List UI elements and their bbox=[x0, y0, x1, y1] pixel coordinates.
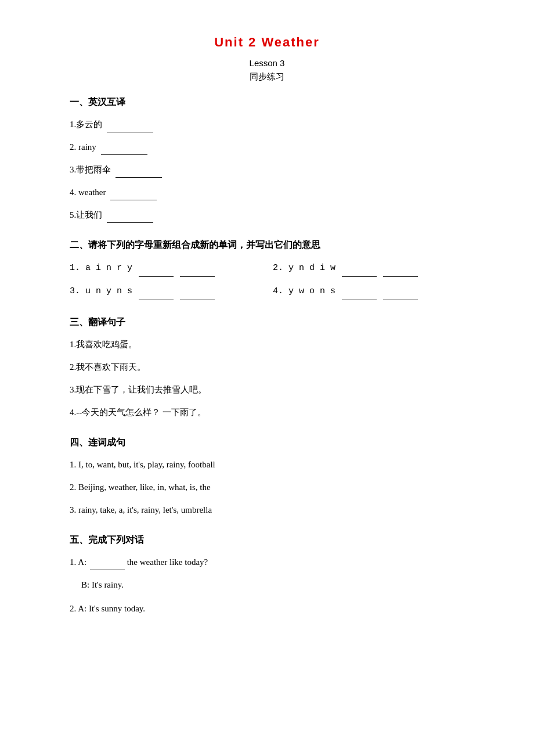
list-item: 1.我喜欢吃鸡蛋。 bbox=[70, 337, 464, 352]
blank-s2-3a[interactable] bbox=[139, 291, 174, 300]
section-2-title: 二、请将下列的字母重新组合成新的单词，并写出它们的意思 bbox=[70, 239, 464, 251]
section5-line-2a: 2. A: It's sunny today. bbox=[70, 601, 464, 617]
list-item: 2. A: It's sunny today. bbox=[70, 601, 464, 617]
list-item: 3. u n y n s bbox=[70, 283, 261, 300]
blank-4[interactable] bbox=[110, 191, 157, 200]
list-item: 2. Beijing, weather, like, in, what, is,… bbox=[70, 480, 464, 495]
list-item: 2. rainy bbox=[70, 139, 464, 155]
subtitle2: 同步练习 bbox=[70, 71, 464, 82]
section-3-title: 三、翻译句子 bbox=[70, 316, 464, 329]
blank-s5-1[interactable] bbox=[90, 561, 125, 570]
section-1: 一、英汉互译 1.多云的 2. rainy 3.带把雨伞 4. weather … bbox=[70, 96, 464, 223]
section-5-title: 五、完成下列对话 bbox=[70, 534, 464, 546]
blank-1[interactable] bbox=[107, 123, 153, 132]
blank-2[interactable] bbox=[101, 146, 147, 155]
list-item: 3. rainy, take, a, it's, rainy, let's, u… bbox=[70, 502, 464, 518]
page-title: Unit 2 Weather bbox=[70, 35, 464, 50]
blank-s2-1a[interactable] bbox=[139, 268, 174, 277]
blank-s2-3b[interactable] bbox=[180, 291, 215, 300]
section-4: 四、连词成句 1. I, to, want, but, it's, play, … bbox=[70, 437, 464, 518]
list-item: 3.现在下雪了，让我们去推雪人吧。 bbox=[70, 382, 464, 398]
blank-s2-2a[interactable] bbox=[342, 268, 377, 277]
section-2: 二、请将下列的字母重新组合成新的单词，并写出它们的意思 1. a i n r y… bbox=[70, 239, 464, 300]
list-item: 1. A: the weather like today? B: It's ra… bbox=[70, 555, 464, 593]
blank-s2-4a[interactable] bbox=[342, 291, 377, 300]
list-item: 4.--今天的天气怎么样？ 一下雨了。 bbox=[70, 405, 464, 420]
section5-line-1b: B: It's rainy. bbox=[81, 577, 464, 593]
section-2-grid: 1. a i n r y 2. y n d i w 3. u n y n s 4… bbox=[70, 260, 464, 300]
blank-s2-4b[interactable] bbox=[383, 291, 418, 300]
section5-line-1a: 1. A: the weather like today? bbox=[70, 555, 464, 570]
blank-5[interactable] bbox=[107, 214, 153, 223]
list-item: 1.多云的 bbox=[70, 117, 464, 132]
section-1-title: 一、英汉互译 bbox=[70, 96, 464, 109]
blank-s2-1b[interactable] bbox=[180, 268, 215, 277]
section-5: 五、完成下列对话 1. A: the weather like today? B… bbox=[70, 534, 464, 617]
list-item: 1. a i n r y bbox=[70, 260, 261, 277]
section-3: 三、翻译句子 1.我喜欢吃鸡蛋。 2.我不喜欢下雨天。 3.现在下雪了，让我们去… bbox=[70, 316, 464, 420]
blank-s2-2b[interactable] bbox=[383, 268, 418, 277]
list-item: 2.我不喜欢下雨天。 bbox=[70, 359, 464, 375]
blank-3[interactable] bbox=[116, 168, 162, 178]
list-item: 4. y w o n s bbox=[273, 283, 464, 300]
subtitle: Lesson 3 bbox=[70, 58, 464, 68]
list-item: 5.让我们 bbox=[70, 207, 464, 223]
list-item: 4. weather bbox=[70, 185, 464, 200]
section-4-title: 四、连词成句 bbox=[70, 437, 464, 449]
list-item: 3.带把雨伞 bbox=[70, 162, 464, 178]
list-item: 1. I, to, want, but, it's, play, rainy, … bbox=[70, 457, 464, 473]
list-item: 2. y n d i w bbox=[273, 260, 464, 277]
